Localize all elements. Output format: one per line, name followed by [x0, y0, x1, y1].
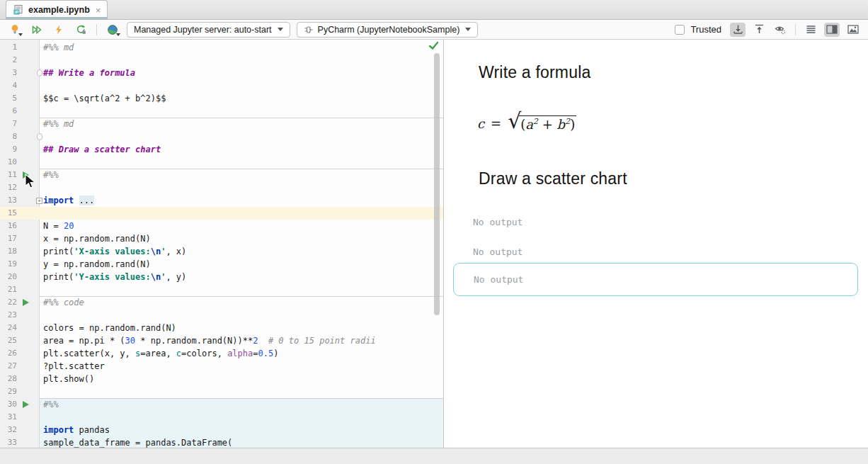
code-token: #%% md	[43, 43, 74, 52]
split-view-button[interactable]	[824, 23, 840, 37]
restart-kernel-button[interactable]	[73, 23, 88, 37]
globe-caret-icon	[116, 33, 120, 36]
line-number: 31	[0, 411, 17, 424]
line-number: 15	[0, 207, 17, 220]
view-settings-eye-button[interactable]	[772, 23, 788, 37]
editor-line[interactable]: 6	[0, 105, 443, 118]
code-token: $$c = \sqrt(a^2 + b^2)$$	[43, 94, 166, 103]
saved-checkmark-icon	[428, 41, 439, 50]
code-token: y = np.random.rand(N)	[43, 259, 151, 269]
preview-heading-formula: Write a formula	[479, 63, 591, 82]
quick-fix-bulb-button[interactable]	[7, 23, 23, 37]
code-token: plt.scatter(x, y,	[43, 349, 135, 358]
line-number: 28	[0, 373, 17, 385]
editor-line[interactable]: 24colors = np.random.rand(N)	[0, 322, 443, 334]
fold-marker-icon[interactable]	[37, 133, 42, 140]
editor-line[interactable]: 17x = np.random.rand(N)	[0, 232, 443, 245]
editor-line[interactable]: 13import ...	[0, 194, 443, 207]
editor-line[interactable]: 16N = 20	[0, 220, 443, 232]
code-token	[258, 336, 268, 346]
run-cell-icon[interactable]	[23, 299, 29, 306]
code-token: 20	[64, 221, 74, 231]
line-number: 30	[0, 398, 17, 411]
code-token: =area,	[140, 349, 176, 358]
notebook-preview-pane[interactable]: Write a formula c = √ (a2 + b2) Draw a s…	[444, 40, 868, 448]
run-cell-icon[interactable]	[23, 401, 29, 408]
editor-line[interactable]: 3## Write a formula	[0, 67, 443, 79]
execute-lightning-button[interactable]	[51, 23, 67, 37]
line-number: 33	[0, 436, 17, 448]
ipynb-file-icon: IP	[13, 4, 24, 16]
editor-line[interactable]: 1#%% md	[0, 41, 443, 54]
tab-close-icon[interactable]: ×	[96, 5, 101, 16]
trusted-label: Trusted	[690, 24, 721, 35]
line-number: 19	[0, 258, 17, 271]
editor-line[interactable]: 27?plt.scatter	[0, 360, 443, 373]
selected-cell-output-box[interactable]: No output	[453, 263, 858, 296]
editor-line[interactable]: 26plt.scatter(x, y, s=area, c=colors, al…	[0, 347, 443, 360]
editor-line[interactable]: 25area = np.pi * (30 * np.random.rand(N)…	[0, 334, 443, 347]
plug-icon	[304, 25, 314, 35]
editor-line[interactable]: 15	[0, 207, 443, 220]
editor-line[interactable]: 9## Draw a scatter chart	[0, 143, 443, 156]
code-token: )	[273, 349, 278, 358]
code-token: 'Y-axis values:	[74, 272, 150, 282]
line-number: 32	[0, 424, 17, 436]
editor-line[interactable]: 4	[0, 79, 443, 92]
editor-line[interactable]: 30#%%	[0, 398, 443, 411]
editor-scrollbar-thumb[interactable]	[434, 53, 440, 315]
code-token: sample_data_frame = pandas.DataFrame(	[43, 438, 232, 448]
editor-line[interactable]: 23	[0, 309, 443, 322]
code-token: =colors,	[181, 349, 227, 358]
code-token: ## Write a formula	[43, 68, 135, 78]
tab-example-ipynb[interactable]: IP example.ipynb ×	[6, 0, 108, 19]
editor-only-view-button[interactable]	[803, 23, 818, 37]
fold-marker-icon[interactable]	[36, 198, 42, 204]
line-number: 8	[0, 130, 17, 143]
formula-var-b: b	[557, 117, 566, 132]
editor-line[interactable]: 18print('X-axis values:\n', x)	[0, 245, 443, 258]
editor-line[interactable]: 2	[0, 54, 443, 67]
managed-server-globe-button[interactable]	[105, 23, 120, 37]
jupyter-server-dropdown[interactable]: Managed Jupyter server: auto-start	[127, 22, 290, 38]
notebook-toolbar: Managed Jupyter server: auto-start PyCha…	[0, 20, 868, 40]
editor-line[interactable]: 22#%% code	[0, 296, 443, 309]
cell-output-placeholder-2: No output	[473, 247, 522, 258]
code-token: #%% md	[43, 119, 74, 129]
code-token: c	[176, 349, 181, 358]
collapse-outputs-button[interactable]	[730, 23, 746, 37]
code-editor-pane[interactable]: 1#%% md23## Write a formula45$$c = \sqrt…	[0, 40, 444, 448]
interpreter-dropdown[interactable]: PyCharm (JupyterNotebookSample)	[297, 22, 479, 38]
editor-line[interactable]: 33sample_data_frame = pandas.DataFrame(	[0, 436, 443, 448]
code-token: #%%	[43, 170, 59, 180]
line-number: 17	[0, 232, 17, 245]
code-token: colors = np.random.rand(N)	[43, 323, 176, 333]
line-number: 16	[0, 220, 17, 232]
editor-line[interactable]: 32import pandas	[0, 424, 443, 436]
code-token: # 0 to 15 point radii	[268, 336, 376, 346]
editor-line[interactable]: 11#%%	[0, 169, 443, 181]
editor-line[interactable]: 31	[0, 411, 443, 424]
expand-outputs-button[interactable]	[751, 23, 767, 37]
line-number: 7	[0, 118, 17, 130]
editor-line[interactable]: 7#%% md	[0, 118, 443, 130]
run-all-cells-button[interactable]	[29, 23, 45, 37]
editor-line[interactable]: 19y = np.random.rand(N)	[0, 258, 443, 271]
mouse-cursor-icon	[24, 174, 35, 189]
line-number: 10	[0, 156, 17, 169]
code-token: area = np.pi * (	[43, 336, 125, 346]
editor-line[interactable]: 21	[0, 283, 443, 296]
editor-line[interactable]: 12	[0, 181, 443, 194]
fold-marker-icon[interactable]	[37, 69, 42, 77]
editor-line[interactable]: 10	[0, 156, 443, 169]
editor-line[interactable]: 8	[0, 130, 443, 143]
editor-line[interactable]: 29	[0, 385, 443, 398]
line-number: 9	[0, 143, 17, 156]
code-token: , x)	[166, 247, 186, 256]
preview-only-view-button[interactable]	[845, 23, 861, 37]
trusted-checkbox[interactable]	[675, 25, 685, 35]
editor-line[interactable]: 20print('Y-axis values:\n', y)	[0, 271, 443, 283]
editor-line[interactable]: 5$$c = \sqrt(a^2 + b^2)$$	[0, 92, 443, 105]
line-number: 18	[0, 245, 17, 258]
editor-line[interactable]: 28plt.show()	[0, 373, 443, 385]
